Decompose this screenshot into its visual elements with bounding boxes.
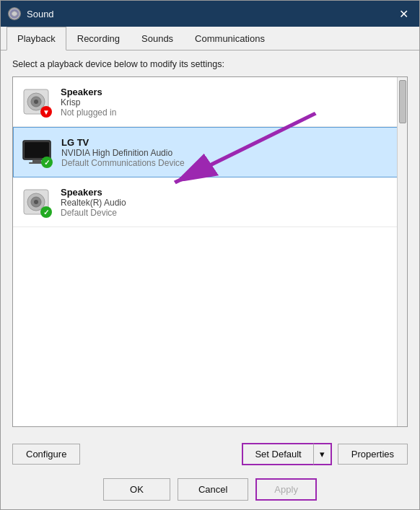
device-list: ▼ Speakers Krisp Not plugged in [12, 76, 408, 427]
device-status-realtek: Default Device [61, 208, 391, 218]
device-icon-lg-tv: ✓ [19, 135, 54, 170]
svg-rect-6 [25, 142, 49, 158]
scrollbar-thumb[interactable] [399, 80, 406, 123]
set-default-button[interactable]: Set Default [242, 443, 312, 465]
main-content: Select a playback device below to modify… [1, 50, 419, 436]
device-status-krisp: Not plugged in [61, 107, 391, 118]
device-info-speakers-krisp: Speakers Krisp Not plugged in [61, 87, 391, 118]
action-row: OK Cancel Apply [1, 472, 419, 509]
title-bar: Sound ✕ [1, 1, 419, 27]
device-name-speakers-krisp: Speakers [61, 87, 391, 97]
device-name-lg-tv: LG TV [61, 137, 390, 148]
apply-button[interactable]: Apply [255, 478, 317, 501]
device-driver-lg-tv: NVIDIA High Definition Audio [61, 148, 390, 158]
instruction-text: Select a playback device below to modify… [12, 59, 408, 69]
properties-button[interactable]: Properties [338, 444, 408, 465]
status-badge-green-realtek: ✓ [40, 206, 52, 218]
device-item-speakers-realtek[interactable]: ✓ Speakers Realtek(R) Audio Default Devi… [13, 177, 407, 227]
window-icon [8, 7, 21, 20]
tab-playback[interactable]: Playback [6, 27, 66, 50]
device-info-lg-tv: LG TV NVIDIA High Definition Audio Defau… [61, 137, 390, 168]
svg-point-12 [34, 200, 38, 204]
device-driver-realtek: Realtek(R) Audio [61, 198, 391, 208]
tab-bar: Playback Recording Sounds Communications [1, 27, 419, 50]
svg-rect-7 [32, 159, 41, 162]
device-status-lg-tv: Default Communications Device [61, 158, 390, 168]
svg-point-4 [34, 100, 38, 104]
tab-recording[interactable]: Recording [66, 27, 131, 50]
device-item-speakers-krisp[interactable]: ▼ Speakers Krisp Not plugged in [13, 77, 407, 127]
device-item-lg-tv[interactable]: ✓ LG TV NVIDIA High Definition Audio Def… [13, 127, 407, 177]
cancel-button[interactable]: Cancel [178, 478, 248, 501]
status-badge-red: ▼ [40, 106, 52, 118]
set-default-group: Set Default ▾ [242, 443, 331, 465]
tab-sounds[interactable]: Sounds [131, 27, 184, 50]
sound-dialog: Sound ✕ Playback Recording Sounds Commun… [0, 0, 420, 510]
window-title: Sound [27, 9, 395, 19]
scrollbar[interactable] [397, 77, 407, 426]
device-name-speakers-realtek: Speakers [61, 187, 391, 198]
device-info-speakers-realtek: Speakers Realtek(R) Audio Default Device [61, 187, 391, 218]
device-driver-krisp: Krisp [61, 97, 391, 107]
ok-button[interactable]: OK [103, 478, 170, 501]
status-badge-green-lgtv: ✓ [41, 157, 53, 168]
close-button[interactable]: ✕ [395, 5, 412, 22]
configure-button[interactable]: Configure [12, 444, 80, 465]
device-icon-speakers-krisp: ▼ [19, 84, 53, 119]
set-default-dropdown-button[interactable]: ▾ [313, 443, 332, 465]
device-icon-speakers-realtek: ✓ [19, 185, 53, 219]
tab-communications[interactable]: Communications [184, 27, 276, 50]
bottom-buttons-row: Configure Set Default ▾ Properties [1, 436, 419, 472]
